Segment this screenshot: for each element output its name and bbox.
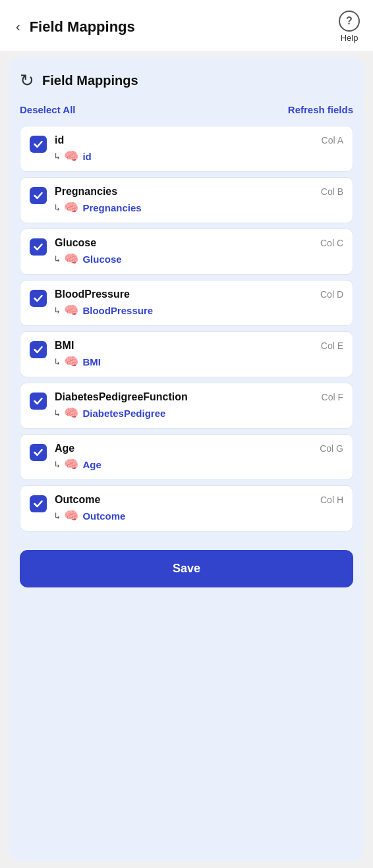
field-col-2: Col C [320, 238, 343, 248]
field-checkbox-1[interactable] [30, 187, 47, 204]
arrow-icon-2: ↳ [55, 254, 60, 264]
mapped-name-6: Age [82, 459, 101, 470]
field-content-0: id Col A ↳ 🧠 id [55, 134, 343, 163]
field-col-4: Col E [321, 340, 343, 351]
field-mappings-card: ↻ Field Mappings Deselect All Refresh fi… [9, 57, 364, 861]
help-label: Help [341, 33, 359, 43]
field-content-1: Pregnancies Col B ↳ 🧠 Pregnancies [55, 186, 343, 215]
field-mapping-2: ↳ 🧠 Glucose [55, 252, 343, 266]
field-top-row-4: BMI Col E [55, 340, 343, 352]
field-mapping-6: ↳ 🧠 Age [55, 457, 343, 472]
arrow-icon-6: ↳ [55, 459, 60, 470]
mapped-name-3: BloodPressure [82, 305, 153, 316]
field-content-5: DiabetesPedigreeFunction Col F ↳ 🧠 Diabe… [55, 391, 343, 420]
mapped-name-1: Pregnancies [82, 202, 141, 213]
db-icon-5: 🧠 [64, 406, 78, 420]
field-mapping-1: ↳ 🧠 Pregnancies [55, 200, 343, 215]
field-name-2: Glucose [55, 237, 96, 249]
arrow-icon-5: ↳ [55, 408, 60, 418]
page-title: Field Mappings [30, 18, 135, 36]
mapped-name-2: Glucose [82, 254, 121, 265]
field-top-row-3: BloodPressure Col D [55, 288, 343, 300]
nav-left: ‹ Field Mappings [13, 16, 135, 37]
mapped-name-4: BMI [82, 356, 101, 367]
db-icon-6: 🧠 [64, 457, 78, 472]
field-top-row-0: id Col A [55, 134, 343, 146]
field-col-7: Col H [320, 495, 343, 505]
field-mapping-7: ↳ 🧠 Outcome [55, 508, 343, 523]
back-button[interactable]: ‹ [13, 16, 23, 37]
field-top-row-7: Outcome Col H [55, 494, 343, 506]
action-row: Deselect All Refresh fields [20, 103, 353, 117]
field-name-7: Outcome [55, 494, 100, 506]
db-icon-2: 🧠 [64, 252, 78, 266]
db-icon-7: 🧠 [64, 508, 78, 523]
mapped-name-7: Outcome [82, 510, 125, 522]
field-content-4: BMI Col E ↳ 🧠 BMI [55, 340, 343, 369]
field-content-7: Outcome Col H ↳ 🧠 Outcome [55, 494, 343, 523]
field-checkbox-2[interactable] [30, 238, 47, 256]
refresh-fields-button[interactable]: Refresh fields [288, 103, 353, 117]
refresh-icon: ↻ [20, 70, 34, 91]
arrow-icon-4: ↳ [55, 356, 60, 367]
mapped-name-5: DiabetesPedigree [82, 408, 165, 419]
field-item: BMI Col E ↳ 🧠 BMI [20, 331, 353, 377]
field-mapping-5: ↳ 🧠 DiabetesPedigree [55, 406, 343, 420]
field-name-0: id [55, 134, 64, 146]
field-item: id Col A ↳ 🧠 id [20, 126, 353, 172]
field-col-1: Col B [321, 186, 343, 197]
arrow-icon-1: ↳ [55, 202, 60, 213]
field-list: id Col A ↳ 🧠 id Pregnancies Col B [20, 126, 353, 537]
mapped-name-0: id [82, 151, 91, 162]
field-top-row-5: DiabetesPedigreeFunction Col F [55, 391, 343, 403]
field-name-1: Pregnancies [55, 186, 117, 198]
arrow-icon-7: ↳ [55, 510, 60, 521]
field-checkbox-6[interactable] [30, 444, 47, 461]
arrow-icon-3: ↳ [55, 305, 60, 315]
field-checkbox-4[interactable] [30, 341, 47, 358]
field-mapping-4: ↳ 🧠 BMI [55, 354, 343, 369]
help-icon: ? [339, 11, 360, 32]
field-name-6: Age [55, 443, 74, 454]
deselect-all-button[interactable]: Deselect All [20, 103, 76, 117]
field-top-row-1: Pregnancies Col B [55, 186, 343, 198]
card-header: ↻ Field Mappings [20, 70, 353, 91]
field-content-6: Age Col G ↳ 🧠 Age [55, 443, 343, 472]
field-item: Glucose Col C ↳ 🧠 Glucose [20, 229, 353, 275]
arrow-icon-0: ↳ [55, 151, 60, 161]
field-col-3: Col D [320, 289, 343, 300]
field-top-row-6: Age Col G [55, 443, 343, 454]
db-icon-1: 🧠 [64, 200, 78, 215]
field-item: Age Col G ↳ 🧠 Age [20, 434, 353, 480]
db-icon-0: 🧠 [64, 149, 78, 163]
card-title: Field Mappings [42, 73, 138, 88]
save-button[interactable]: Save [20, 550, 353, 587]
field-checkbox-0[interactable] [30, 136, 47, 153]
field-checkbox-5[interactable] [30, 393, 47, 410]
field-content-3: BloodPressure Col D ↳ 🧠 BloodPressure [55, 288, 343, 317]
help-button[interactable]: ? Help [339, 11, 360, 43]
db-icon-4: 🧠 [64, 354, 78, 369]
field-col-6: Col G [320, 443, 343, 454]
field-item: BloodPressure Col D ↳ 🧠 BloodPressure [20, 280, 353, 326]
field-item: Outcome Col H ↳ 🧠 Outcome [20, 485, 353, 531]
field-mapping-3: ↳ 🧠 BloodPressure [55, 303, 343, 317]
db-icon-3: 🧠 [64, 303, 78, 317]
field-checkbox-3[interactable] [30, 290, 47, 307]
field-item: Pregnancies Col B ↳ 🧠 Pregnancies [20, 177, 353, 223]
field-top-row-2: Glucose Col C [55, 237, 343, 249]
field-name-4: BMI [55, 340, 74, 352]
field-name-5: DiabetesPedigreeFunction [55, 391, 188, 403]
field-content-2: Glucose Col C ↳ 🧠 Glucose [55, 237, 343, 266]
field-item: DiabetesPedigreeFunction Col F ↳ 🧠 Diabe… [20, 383, 353, 429]
top-nav: ‹ Field Mappings ? Help [0, 0, 373, 51]
field-name-3: BloodPressure [55, 288, 130, 300]
field-checkbox-7[interactable] [30, 495, 47, 512]
field-col-0: Col A [322, 135, 343, 146]
field-col-5: Col F [322, 392, 343, 402]
field-mapping-0: ↳ 🧠 id [55, 149, 343, 163]
